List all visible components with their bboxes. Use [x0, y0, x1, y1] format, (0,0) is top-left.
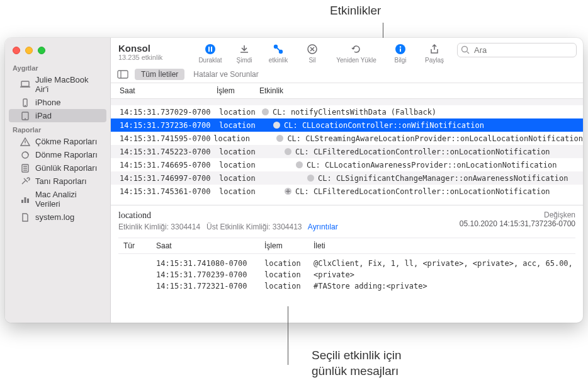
close-icon[interactable] [13, 47, 20, 54]
tools-icon [20, 177, 30, 186]
log-row[interactable]: 14:15:31.737029-0700locationCL: notifyCl… [111, 105, 583, 118]
sidebar-item-analytics[interactable]: Mac Analizi Verileri [9, 188, 106, 210]
toolbar-label: Paylaş [425, 57, 444, 64]
detail-table-body[interactable]: 14:15:31.741080-0700location@ClxClient, … [118, 254, 575, 292]
document-icon [20, 164, 30, 173]
svg-point-20 [274, 45, 278, 49]
detail-subtitle: Etkinlik Kimliği: 3304414 Üst Etkinlik K… [118, 222, 338, 231]
pause-button[interactable]: Duraklat [195, 43, 225, 64]
minimize-icon[interactable] [25, 47, 33, 54]
reload-icon [349, 43, 363, 55]
svg-rect-16 [27, 199, 29, 203]
bullet-icon [307, 175, 314, 182]
sidebar-item-ipad[interactable]: iPad [9, 109, 106, 122]
sidebar-item-label: system.log [35, 212, 74, 222]
col-time[interactable]: Saat [117, 83, 217, 98]
log-row[interactable]: 14:15:31.746997-0700locationCL: CLSignif… [111, 171, 583, 185]
detail-table-header: Tür Saat İşlem İleti [118, 238, 575, 254]
log-row-partial[interactable] [111, 198, 583, 205]
toolbar-label: Şimdi [236, 57, 252, 64]
log-row[interactable]: 14:15:31.745223-0700locationCL: CLFilter… [111, 145, 583, 158]
log-row[interactable]: 14:15:31.746695-0700locationCL: CLLocati… [111, 158, 583, 171]
filter-errors[interactable]: Hatalar ve Sorunlar [189, 69, 262, 80]
title-block: Konsol 13.235 etkinlik [118, 43, 162, 61]
bullet-icon [276, 135, 283, 142]
sidebar-item-iphone[interactable]: iPhone [9, 96, 106, 109]
detail-title: locationd [118, 210, 338, 221]
now-button[interactable]: Şimdi [229, 43, 259, 64]
sidebar-toggle-icon [117, 70, 128, 79]
reload-button[interactable]: Yeniden Yükle [331, 43, 382, 64]
window-controls [5, 43, 110, 61]
log-row[interactable]: 14:15:31.745361-0700locationCL: CLFilter… [111, 185, 583, 198]
tablet-icon [20, 112, 30, 120]
log-row-partial[interactable] [111, 99, 583, 105]
svg-point-25 [400, 46, 401, 47]
detail-row[interactable]: 14:15:31.741080-0700location@ClxClient, … [118, 258, 575, 269]
sidebar-item-spin[interactable]: Dönme Raporları [9, 148, 106, 161]
col-message[interactable]: İleti [314, 241, 575, 250]
sidebar-item-label: Çökme Raporları [35, 137, 97, 146]
sidebar-item-label: iPad [35, 111, 52, 120]
col-process[interactable]: İşlem [264, 241, 314, 250]
log-row[interactable]: 14:15:31.737236-0700locationCL: CLLocati… [111, 118, 583, 132]
bullet-icon [273, 122, 280, 129]
zoom-icon[interactable] [38, 47, 45, 54]
bullet-icon [296, 161, 303, 168]
col-time[interactable]: Saat [156, 241, 264, 250]
sidebar-item-log[interactable]: Günlük Raporları [9, 161, 106, 175]
phone-icon [20, 98, 30, 107]
svg-rect-24 [400, 49, 401, 52]
filter-bar: Tüm İletiler Hatalar ve Sorunlar [111, 66, 583, 83]
log-row[interactable]: 14:15:31.741595-0700locationCL: CLStream… [111, 132, 583, 145]
callout-activities: Etkinlikler [330, 4, 381, 18]
svg-point-17 [205, 44, 215, 54]
col-process[interactable]: İşlem [217, 83, 259, 98]
callout-line [288, 306, 288, 365]
svg-rect-0 [21, 81, 29, 86]
expand-icon[interactable] [285, 188, 291, 195]
svg-rect-19 [211, 47, 212, 52]
svg-point-26 [462, 47, 468, 52]
info-button[interactable]: Bilgi [385, 43, 416, 64]
activity-button[interactable]: etkinlik [263, 43, 293, 64]
sidebar-item-label: iPhone [35, 98, 60, 107]
share-button[interactable]: Paylaş [419, 43, 449, 64]
svg-rect-28 [118, 71, 128, 78]
search-field[interactable] [457, 43, 577, 57]
info-icon [393, 43, 407, 55]
callout-log-messages: Seçili etkinlik için günlük mesajları [312, 348, 402, 379]
search-input[interactable] [457, 43, 577, 57]
sidebar-item-crash[interactable]: Çökme Raporları [9, 135, 106, 148]
log-table-body[interactable]: 14:15:31.737029-0700locationCL: notifyCl… [111, 99, 583, 205]
details-link[interactable]: Ayrıntılar [308, 222, 338, 231]
now-icon [237, 43, 251, 55]
detail-row[interactable]: 14:15:31.772321-0700location#TAStore add… [118, 280, 575, 292]
toolbar-label: Sil [308, 57, 315, 64]
sidebar-toggle-button[interactable] [117, 69, 130, 79]
pause-icon [203, 43, 217, 55]
sidebar-item-label: Julie MacBook Air'i [35, 75, 100, 94]
window-subtitle: 13.235 etkinlik [118, 54, 162, 61]
filter-all-messages[interactable]: Tüm İletiler [135, 69, 184, 80]
sidebar-item-diag[interactable]: Tanı Raporları [9, 175, 106, 188]
col-activity[interactable]: Etkinlik [259, 83, 583, 98]
console-window: Aygıtlar Julie MacBook Air'i iPhone iPad… [5, 38, 583, 323]
col-type[interactable]: Tür [123, 241, 156, 250]
search-icon [461, 45, 470, 54]
bullet-icon [285, 148, 291, 155]
svg-point-21 [280, 50, 283, 54]
toolbar-label: Duraklat [198, 57, 222, 64]
sidebar-item-syslog[interactable]: system.log [9, 210, 106, 224]
sidebar-item-label: Mac Analizi Verileri [35, 190, 100, 209]
sidebar-item-macbook[interactable]: Julie MacBook Air'i [9, 73, 106, 96]
toolbar-label: etkinlik [269, 57, 288, 64]
detail-row[interactable]: 14:15:31.770239-0700location<private> [118, 269, 575, 280]
bullet-icon [262, 108, 269, 115]
activity-icon [271, 43, 285, 55]
sidebar-item-label: Günlük Raporları [35, 163, 97, 173]
sidebar-section-reports: Raporlar [5, 122, 110, 135]
toolbar-label: Yeniden Yükle [336, 57, 376, 64]
svg-rect-15 [25, 197, 26, 203]
delete-button[interactable]: Sil [297, 43, 327, 64]
